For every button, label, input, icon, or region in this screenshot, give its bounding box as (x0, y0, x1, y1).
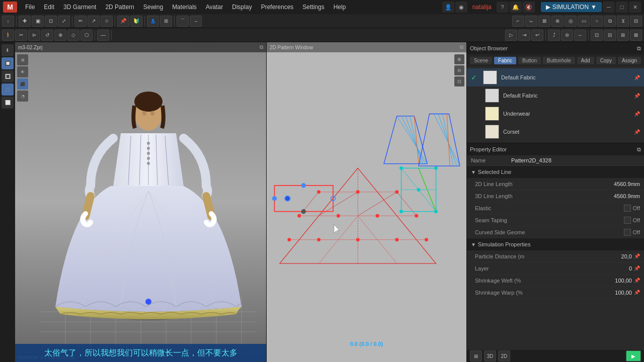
tb2-2d-10[interactable]: ⊠ (630, 30, 642, 41)
user-profile-btn[interactable]: ◉ (455, 2, 467, 13)
shrinkage-warp-pin[interactable]: 📌 (634, 290, 640, 295)
tb-move-down[interactable]: ↓ (2, 16, 14, 27)
assign-btn[interactable]: Assign (618, 57, 641, 64)
tb-2d-8[interactable]: ⧉ (604, 16, 616, 27)
copy-btn[interactable]: Copy (596, 57, 616, 64)
pattern-ctrl-3[interactable]: ⊡ (454, 76, 464, 86)
history-btn-4[interactable]: ⬚ (2, 83, 14, 96)
menu-file[interactable]: File (21, 2, 39, 12)
menu-help[interactable]: Help (330, 2, 350, 12)
tb2-line[interactable]: — (97, 30, 109, 41)
tb-bezier[interactable]: ↗ (88, 16, 100, 27)
tab-button[interactable]: Button (518, 57, 541, 64)
tb-2d-2[interactable]: ⌙ (525, 16, 537, 27)
menu-3d-garment[interactable]: 3D Garment (59, 2, 100, 12)
history-btn-2[interactable]: 🔲 (2, 57, 14, 69)
fabric-item-1[interactable]: Default Fabric 📌 (467, 86, 644, 105)
tab-scene[interactable]: Scene (470, 57, 492, 64)
notification-btn[interactable]: 🔔 (510, 2, 522, 13)
menu-edit[interactable]: Edit (40, 2, 58, 12)
tb2-2d-2[interactable]: ⇥ (518, 30, 530, 41)
tb2-diamond[interactable]: ◇ (67, 30, 79, 41)
tb2-walk[interactable]: 🚶 (2, 30, 14, 41)
view-icon-2[interactable]: 👁 (17, 66, 28, 77)
pe-2d-btn[interactable]: 2D (498, 350, 510, 361)
tb2-2d-4[interactable]: ⤴ (548, 30, 560, 41)
curved-side-checkbox[interactable] (624, 229, 631, 236)
menu-preferences[interactable]: Preferences (257, 2, 298, 12)
fabric-item-0[interactable]: ✓ Default Fabric 📌 (467, 68, 644, 86)
particle-distance-pin[interactable]: 📌 (634, 253, 640, 259)
tb-add[interactable]: ✚ (19, 16, 31, 27)
view-icon-3[interactable]: ⬛ (17, 78, 28, 89)
tb-sew2[interactable]: ⌣ (190, 16, 202, 27)
tb2-2d-5[interactable]: ⊜ (561, 30, 573, 41)
tb-pin[interactable]: 📌 (117, 16, 129, 27)
tb2-2d-1[interactable]: ▷ (505, 30, 517, 41)
tb-2d-6[interactable]: ▭ (578, 16, 590, 27)
add-btn[interactable]: Add (577, 57, 594, 64)
speaker-btn[interactable]: 🔇 (523, 2, 535, 13)
tb2-spin[interactable]: ↺ (41, 30, 53, 41)
minimize-btn[interactable]: ─ (603, 2, 615, 13)
tb-2d-3[interactable]: ⊠ (538, 16, 550, 27)
tb2-2d-6[interactable]: ↔ (574, 30, 586, 41)
tb2-needle[interactable]: ⊳ (28, 30, 40, 41)
layer-pin[interactable]: 📌 (634, 265, 640, 271)
menu-settings[interactable]: Settings (298, 2, 328, 12)
viewport3d-expand-icon[interactable]: ⧉ (260, 44, 263, 50)
tb-2d-9[interactable]: ⊻ (617, 16, 629, 27)
menu-sewing[interactable]: Sewing (139, 2, 167, 12)
history-btn-3[interactable]: 🔳 (2, 70, 14, 82)
menu-2d-pattern[interactable]: 2D Pattern (101, 2, 138, 12)
menu-display[interactable]: Display (228, 2, 256, 12)
menu-avatar[interactable]: Avatar (202, 2, 227, 12)
fabric-pin-2[interactable]: 📌 (634, 111, 640, 117)
tb-pencil[interactable]: ✏ (74, 16, 87, 27)
maximize-btn[interactable]: □ (616, 2, 628, 13)
help-icon-btn[interactable]: ? (497, 2, 509, 13)
pe-expand-icon[interactable]: ⧉ (637, 146, 641, 153)
viewport2d-expand-icon[interactable]: ⧉ (460, 44, 463, 50)
selected-line-header[interactable]: ▼ Selected Line (467, 166, 644, 178)
fabric-pin-1[interactable]: 📌 (634, 93, 640, 99)
tb-garment[interactable]: 👗 (147, 16, 159, 27)
shrinkage-weft-pin[interactable]: 📌 (634, 278, 640, 283)
tab-fabric[interactable]: Fabric (494, 57, 516, 64)
tb2-2d-7[interactable]: ⊡ (591, 30, 603, 41)
tb2-2d-3[interactable]: ↩ (531, 30, 543, 41)
fabric-item-2[interactable]: Underwear 📌 (467, 105, 644, 123)
tb-reshape[interactable]: ⊹ (101, 16, 113, 27)
pe-3d-btn[interactable]: 3D (484, 350, 496, 361)
fabric-item-3[interactable]: Corset 📌 (467, 123, 644, 141)
menu-materials[interactable]: Materials (168, 2, 201, 12)
simulation-btn[interactable]: ▶ SIMULATION ▼ (541, 2, 602, 12)
pattern-ctrl-2[interactable]: ⊖ (454, 65, 464, 75)
view-icon-1[interactable]: ⊞ (17, 54, 28, 65)
seam-taping-checkbox[interactable] (624, 217, 631, 224)
pe-grid-btn[interactable]: ⊞ (470, 350, 482, 361)
tb-select-box[interactable]: ▣ (32, 16, 44, 27)
fabric-pin-0[interactable]: 📌 (634, 75, 640, 80)
pe-play-btn[interactable]: ▶ (626, 350, 641, 361)
tb-move[interactable]: ⤢ (58, 16, 70, 27)
close-btn[interactable]: ✕ (629, 2, 641, 13)
ob-expand-icon[interactable]: ⧉ (637, 45, 641, 52)
fabric-pin-3[interactable]: 📌 (634, 129, 640, 135)
tb2-edit[interactable]: ✂ (15, 30, 27, 41)
elastic-checkbox[interactable] (624, 205, 631, 212)
avatar-btn[interactable]: 👤 (442, 2, 454, 13)
tb-2d-10[interactable]: ⊟ (630, 16, 642, 27)
tab-buttonhole[interactable]: Buttonhole (543, 57, 575, 64)
history-btn-5[interactable]: ⬜ (2, 97, 14, 109)
tb-2d-5[interactable]: ◎ (565, 16, 577, 27)
pattern-ctrl-1[interactable]: ⊕ (454, 54, 464, 64)
history-btn-1[interactable]: ⬇ (2, 44, 14, 56)
tb-transform[interactable]: ⊡ (45, 16, 57, 27)
tb-sew[interactable]: ⌒ (177, 16, 189, 27)
tb-2d-7[interactable]: ○ (591, 16, 603, 27)
tb2-hex[interactable]: ⬡ (80, 30, 93, 41)
tb2-2d-8[interactable]: ⊟ (604, 30, 616, 41)
tb2-2d-9[interactable]: ⊞ (617, 30, 629, 41)
tb-2d-1[interactable]: ⌐ (512, 16, 524, 27)
